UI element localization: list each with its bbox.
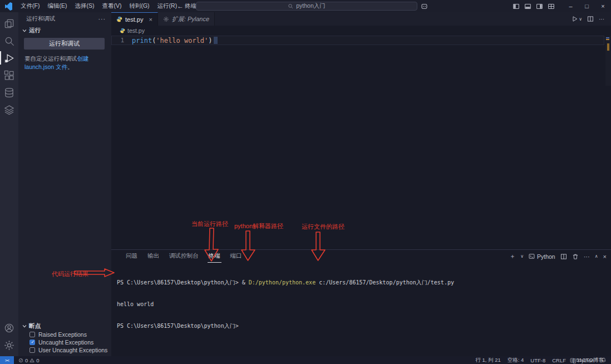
editor-more-actions-icon[interactable]: ··· xyxy=(599,16,604,22)
search-sidebar-icon[interactable] xyxy=(0,32,18,49)
account-icon[interactable] xyxy=(0,319,18,336)
run-python-file-icon[interactable]: ∨ xyxy=(571,16,582,22)
cursor-position-status[interactable]: 行 1, 列 21 xyxy=(475,356,500,364)
layout-controls xyxy=(513,3,555,10)
problems-status[interactable]: 0 0 xyxy=(18,356,40,364)
window-close-button[interactable]: × xyxy=(595,0,611,12)
annotation-interpreter-path: python解释器路径 xyxy=(234,222,283,230)
vscode-window: 文件(F) 编辑(E) 选择(S) 查看(V) 转到(G) 运行(R) 终端(T… xyxy=(0,0,611,364)
terminal-output[interactable]: PS C:\Users\86157\Desktop\python入门> & D:… xyxy=(117,264,605,344)
chevron-down-icon xyxy=(22,323,27,329)
help-suffix: 。 xyxy=(67,63,73,70)
run-and-debug-icon[interactable] xyxy=(0,50,18,66)
search-icon xyxy=(288,3,293,9)
extension-gear-icon xyxy=(163,16,169,22)
error-icon xyxy=(18,358,23,363)
minimap[interactable] xyxy=(605,36,611,86)
indentation-status[interactable]: 空格: 4 xyxy=(507,356,524,364)
watermark-text: 51CTO博客 xyxy=(576,357,604,364)
vscode-logo-icon xyxy=(5,2,12,11)
breakpoint-row-uncaught[interactable]: Uncaught Exceptions xyxy=(18,338,111,346)
sidebar-more-actions-icon[interactable]: ··· xyxy=(98,16,106,22)
editor-tab-bar: test.py × 扩展: Pylance ∨ ··· xyxy=(111,12,611,26)
menu-selection[interactable]: 选择(S) xyxy=(71,0,98,12)
menu-go[interactable]: 转到(G) xyxy=(125,0,153,12)
command-center-search[interactable]: python入门 xyxy=(196,2,417,11)
code-token-string: 'hello world' xyxy=(156,37,208,45)
layers-icon[interactable] xyxy=(0,101,18,118)
annotation-arrow-down-1 xyxy=(204,228,219,262)
settings-gear-icon[interactable] xyxy=(0,337,18,353)
panel-tab-problems[interactable]: 问题 xyxy=(125,250,139,263)
breadcrumb[interactable]: test.py xyxy=(111,26,611,36)
python-file-icon xyxy=(120,28,125,33)
warning-count: 0 xyxy=(36,357,39,363)
terminal-icon xyxy=(529,253,535,259)
sidebar-title: 运行和调试 xyxy=(26,15,56,23)
eol-status[interactable]: CRLF xyxy=(552,356,566,364)
activity-bar xyxy=(0,12,18,356)
tab-extension-pylance[interactable]: 扩展: Pylance xyxy=(158,12,215,26)
nav-forward-icon[interactable]: → xyxy=(189,2,195,10)
toggle-sidebar-icon[interactable] xyxy=(513,3,520,10)
tab-close-icon[interactable]: × xyxy=(149,16,152,23)
code-token-print: print xyxy=(132,37,152,45)
maximize-panel-icon[interactable]: ∧ xyxy=(595,254,598,259)
code-editor[interactable]: 1 print('hello world') xyxy=(111,36,604,45)
minimap-code-mark xyxy=(606,37,609,38)
annotation-arrow-down-2 xyxy=(240,230,256,262)
chevron-down-icon xyxy=(22,28,27,33)
terminal-prompt: PS C:\Users\86157\Desktop\python入门> xyxy=(117,279,239,286)
window-minimize-button[interactable]: – xyxy=(563,0,579,12)
code-line-1: 1 print('hello world') xyxy=(111,36,604,45)
window-maximize-button[interactable]: □ xyxy=(579,0,595,12)
code-token-open-paren: ( xyxy=(152,37,156,45)
status-left: 0 0 xyxy=(14,356,40,364)
tab-test-py[interactable]: test.py × xyxy=(111,12,158,26)
breakpoints-header[interactable]: 断点 xyxy=(18,322,111,331)
breakpoint-row-user-uncaught[interactable]: User Uncaught Exceptions xyxy=(18,346,111,354)
remote-indicator[interactable]: >< xyxy=(0,356,14,364)
terminal-script-path: c:/Users/86157/Desktop/python入门/test.py xyxy=(316,279,454,286)
encoding-status[interactable]: UTF-8 xyxy=(530,356,545,364)
line-number: 1 xyxy=(112,37,132,44)
annotation-arrow-right xyxy=(74,268,115,277)
panel-tab-debug-console[interactable]: 调试控制台 xyxy=(168,250,200,263)
menu-view[interactable]: 查看(V) xyxy=(98,0,125,12)
customize-layout-icon[interactable] xyxy=(548,3,555,10)
terminal-profile-dropdown-icon[interactable]: ∨ xyxy=(520,254,524,259)
run-and-debug-button[interactable]: 运行和调试 xyxy=(24,38,105,50)
terminal-shell-selector[interactable]: Python xyxy=(529,253,555,260)
database-icon[interactable] xyxy=(0,84,18,101)
panel-tab-output[interactable]: 输出 xyxy=(146,250,160,263)
code-token-close-paren: ) xyxy=(208,37,212,45)
run-section-header[interactable]: 运行 xyxy=(18,26,111,36)
kill-terminal-icon[interactable] xyxy=(572,253,579,260)
terminal-prompt: PS C:\Users\86157\Desktop\python入门> xyxy=(117,323,239,329)
minimap-slider[interactable] xyxy=(607,43,609,51)
close-panel-icon[interactable]: × xyxy=(603,253,607,260)
user-uncaught-exceptions-checkbox[interactable] xyxy=(29,347,35,353)
raised-exceptions-checkbox[interactable] xyxy=(29,332,35,337)
toggle-secondary-sidebar-icon[interactable] xyxy=(536,3,543,10)
nav-back-icon[interactable]: ← xyxy=(177,2,184,10)
split-terminal-icon[interactable] xyxy=(560,253,567,260)
tab-label: test.py xyxy=(125,16,143,23)
uncaught-exceptions-checkbox[interactable] xyxy=(29,340,35,345)
split-editor-icon[interactable] xyxy=(587,16,594,22)
panel-more-actions-icon[interactable]: ··· xyxy=(584,253,590,260)
extensions-icon[interactable] xyxy=(0,67,18,83)
copilot-icon[interactable] xyxy=(421,0,428,12)
breakpoint-row-raised[interactable]: Raised Exceptions xyxy=(18,331,111,338)
new-terminal-icon[interactable]: ＋ xyxy=(509,252,515,260)
menu-file[interactable]: 文件(F) xyxy=(17,0,43,12)
toggle-panel-icon[interactable] xyxy=(524,3,531,10)
panel-tab-bar: 问题 输出 调试控制台 终端 端口 xyxy=(111,250,243,263)
explorer-icon[interactable] xyxy=(0,15,18,32)
breakpoint-label: Raised Exceptions xyxy=(38,331,87,338)
menu-edit[interactable]: 编辑(E) xyxy=(43,0,71,12)
text-cursor xyxy=(214,37,218,44)
editor-area: test.py × 扩展: Pylance ∨ ··· test.py 1 p xyxy=(111,12,611,249)
breadcrumb-item: test.py xyxy=(127,27,145,34)
launch-config-help-text: 要自定义运行和调试创建 launch.json 文件。 xyxy=(18,50,111,71)
